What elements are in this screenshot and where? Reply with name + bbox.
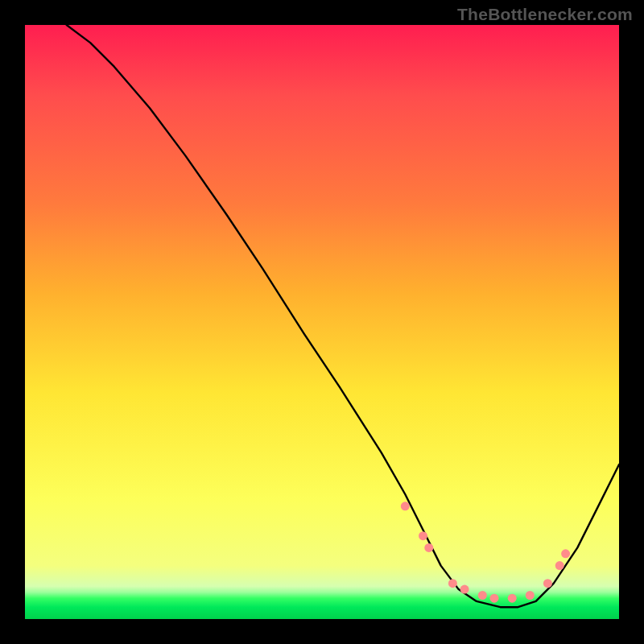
marker-dot [555, 561, 564, 570]
marker-dot [561, 549, 570, 558]
bottleneck-curve [67, 25, 619, 607]
marker-group [401, 502, 570, 602]
marker-dot [419, 531, 427, 540]
marker-dot [424, 543, 433, 552]
marker-dot [543, 579, 552, 588]
watermark: TheBottlenecker.com [457, 5, 633, 24]
plot-area [25, 25, 619, 619]
chart-frame: TheBottlenecker.com [0, 0, 644, 644]
marker-dot [478, 591, 487, 600]
marker-dot [508, 594, 517, 603]
marker-dot [401, 502, 410, 510]
marker-dot [490, 594, 499, 603]
marker-dot [526, 591, 535, 600]
marker-dot [460, 585, 469, 594]
curve-layer [25, 25, 619, 619]
marker-dot [448, 579, 457, 588]
